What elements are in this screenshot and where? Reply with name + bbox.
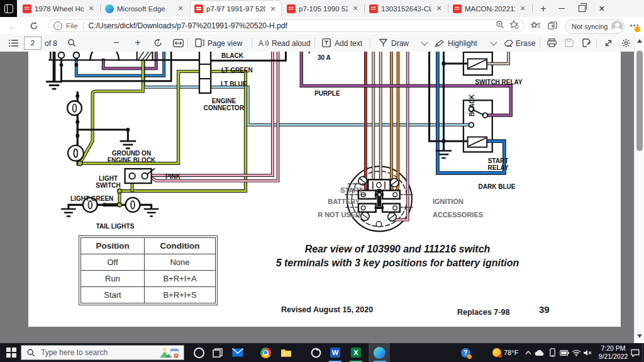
highlight-label[interactable]: Highlight xyxy=(448,39,477,48)
read-aloud-label[interactable]: Read aloud xyxy=(272,39,310,48)
scrollbar-thumb[interactable] xyxy=(636,50,643,151)
label-switch-relay: SWITCH RELAY xyxy=(469,79,529,86)
read-aloud-icon[interactable]: A xyxy=(258,37,269,48)
restore-button[interactable] xyxy=(572,0,591,17)
tab-microsoft-edge[interactable]: Microsoft Edge xyxy=(101,0,189,17)
pdf-settings-gear-icon[interactable] xyxy=(620,37,631,48)
onedrive-cloud-icon[interactable] xyxy=(533,347,546,358)
back-button[interactable]: ← xyxy=(6,20,19,32)
add-text-label[interactable]: Add text xyxy=(335,39,362,48)
page-number: 39 xyxy=(539,304,550,315)
page-view-label[interactable]: Page view xyxy=(208,39,242,48)
label-lt-green: LT GREEN xyxy=(221,67,253,74)
label-start-relay: START RELAY xyxy=(470,157,526,171)
restore-icon xyxy=(579,5,586,12)
highlight-icon[interactable] xyxy=(434,37,445,48)
add-text-icon[interactable] xyxy=(321,37,332,48)
rotate-icon[interactable] xyxy=(152,37,164,48)
pdf-viewer-background: BLACK LT GREEN LT BLUE ENGINE CONNECTOR … xyxy=(0,52,634,343)
draw-icon[interactable] xyxy=(377,37,389,48)
tab-macon[interactable]: MACON-20221108-SA xyxy=(449,0,531,17)
your-phone-icon[interactable] xyxy=(546,347,558,358)
tab-close-icon[interactable] xyxy=(269,4,277,14)
zoom-page-icon[interactable] xyxy=(496,20,504,31)
search-document-icon[interactable] xyxy=(66,37,77,48)
profile-button[interactable]: Not syncing xyxy=(565,19,625,34)
settings-more-button[interactable] xyxy=(629,21,640,31)
word-icon[interactable]: W xyxy=(326,345,344,360)
volume-muted-icon[interactable] xyxy=(581,347,594,358)
table-row: Off None xyxy=(81,254,216,271)
print-icon[interactable] xyxy=(546,37,557,48)
tab-close-icon[interactable] xyxy=(435,4,443,13)
edge-taskbar-icon[interactable] xyxy=(370,345,388,360)
task-view-icon[interactable] xyxy=(209,345,226,360)
wire-light-blue xyxy=(143,60,469,125)
tab-close-icon[interactable] xyxy=(87,4,96,13)
tab-actions-menu-button[interactable] xyxy=(0,0,17,17)
tab-1303152643[interactable]: 1303152643-CLH-080 xyxy=(365,0,447,17)
info-icon[interactable]: i xyxy=(53,21,62,30)
pdf-file-icon xyxy=(23,4,31,13)
excel-icon[interactable]: X xyxy=(347,345,365,360)
tab-p7-97-active[interactable]: p7-97 1991-97 520-H xyxy=(190,0,282,17)
help-tray-icon[interactable]: ? xyxy=(459,347,472,358)
temperature-label[interactable]: 78°F xyxy=(504,349,518,356)
taskbar-clock[interactable]: 7:20 PM 9/21/2022 xyxy=(594,344,633,361)
table-of-contents-icon[interactable] xyxy=(8,37,19,48)
page-number-input[interactable]: 2 xyxy=(24,37,42,50)
cortana-icon[interactable] xyxy=(190,345,208,360)
zoom-in-button[interactable]: + xyxy=(132,37,143,48)
zoom-out-button[interactable]: − xyxy=(111,37,122,48)
caption-line2: 5 terminals with 3 key positions for bat… xyxy=(209,257,586,269)
search-input[interactable] xyxy=(40,348,160,358)
mail-app-icon[interactable] xyxy=(229,345,247,360)
favorites-bar-icon[interactable] xyxy=(530,20,542,32)
save-as-icon[interactable] xyxy=(581,37,592,48)
label-light-switch: LIGHT SWITCH xyxy=(89,175,127,189)
start-button[interactable] xyxy=(3,345,20,360)
expand-icon[interactable] xyxy=(602,37,614,48)
tab-separator xyxy=(532,4,533,13)
scroll-down-arrow[interactable] xyxy=(637,334,642,338)
taskbar-search-box[interactable] xyxy=(21,345,184,360)
help-badge xyxy=(467,354,472,359)
tab-p7-105[interactable]: p7-105 1990 520-H.pd xyxy=(283,0,364,17)
weather-tray-icon[interactable] xyxy=(491,347,503,358)
address-input[interactable]: i File C:/Users/dickf/Downloads/p7-97%20… xyxy=(48,19,525,32)
show-desktop-divider[interactable] xyxy=(642,343,643,362)
label-fuse-30a: 30 A xyxy=(318,54,331,61)
label-purple: PURPLE xyxy=(314,90,340,97)
new-tab-button[interactable] xyxy=(538,3,549,14)
save-icon xyxy=(564,37,575,48)
draw-label[interactable]: Draw xyxy=(391,39,409,48)
label-black-vertical: BLACK xyxy=(469,87,475,125)
refresh-button[interactable] xyxy=(28,20,40,32)
tab-close-icon[interactable] xyxy=(518,4,527,13)
pdf-file-icon xyxy=(194,4,203,13)
wifi-icon[interactable] xyxy=(570,347,582,358)
highlight-chevron-icon[interactable] xyxy=(486,37,497,48)
tab-separator xyxy=(100,4,101,13)
tab-close-icon[interactable] xyxy=(351,4,360,13)
collections-icon[interactable] xyxy=(546,20,558,32)
file-explorer-icon[interactable] xyxy=(277,345,295,360)
battery-icon[interactable] xyxy=(558,347,570,358)
favorites-add-icon[interactable] xyxy=(509,20,519,31)
page-view-icon[interactable] xyxy=(194,37,205,48)
tray-chevron-up-icon[interactable] xyxy=(522,347,535,358)
fit-to-width-icon[interactable] xyxy=(172,37,184,48)
tab-1978-wheel-horse[interactable]: 1978 Wheel Horse Bro xyxy=(19,0,99,17)
tab-separator xyxy=(448,4,448,13)
minimize-button[interactable] xyxy=(552,0,571,17)
scroll-up-arrow[interactable] xyxy=(637,39,642,43)
draw-chevron-icon[interactable] xyxy=(416,37,428,48)
chrome-icon[interactable] xyxy=(257,345,274,360)
vertical-scrollbar[interactable] xyxy=(634,34,644,343)
erase-label[interactable]: Erase xyxy=(516,39,535,48)
action-center-icon[interactable] xyxy=(629,347,641,358)
erase-icon[interactable] xyxy=(503,37,514,48)
close-window-button[interactable] xyxy=(592,0,611,17)
tab-close-icon[interactable] xyxy=(176,4,185,13)
home-ring-app-icon[interactable] xyxy=(307,345,325,360)
